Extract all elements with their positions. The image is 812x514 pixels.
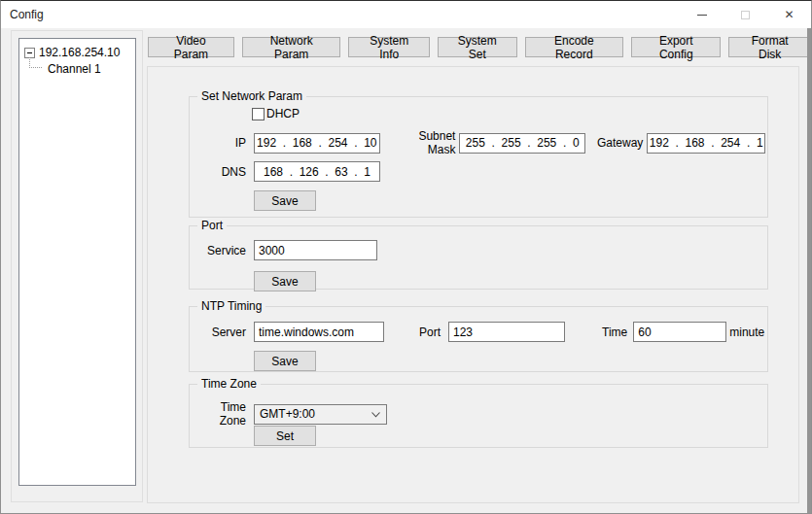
minute-unit-label: minute [729, 326, 764, 339]
timezone-group-title: Time Zone [197, 377, 261, 391]
dns-input[interactable]: 168 . 126 . 63 . 1 [254, 161, 380, 182]
tab-video-param[interactable]: Video Param [148, 37, 234, 57]
tree-channel-label: Channel 1 [48, 62, 101, 76]
tab-encode-record[interactable]: Encode Record [525, 37, 624, 57]
ntp-port-input[interactable] [448, 322, 565, 342]
window-title: Config [10, 8, 44, 21]
ntp-server-label: Server [197, 326, 246, 339]
titlebar: Config ✕ [1, 1, 811, 28]
tree-collapse-icon[interactable] [24, 48, 35, 58]
ntp-server-input[interactable] [254, 322, 384, 342]
timezone-set-button[interactable]: Set [254, 426, 316, 446]
port-save-button[interactable]: Save [254, 271, 316, 291]
ntp-timing-group: NTP Timing Server Port Time minute Save [189, 306, 768, 372]
tab-network-param[interactable]: Network Param [242, 37, 341, 57]
window-body: 192.168.254.10 Channel 1 Video Param Net… [1, 28, 811, 514]
ip-label: IP [197, 136, 246, 150]
ip-input[interactable]: 192 . 168 . 254 . 10 [254, 133, 380, 154]
window-controls: ✕ [680, 1, 811, 28]
timezone-select[interactable]: GMT+9:00 [254, 404, 387, 425]
ntp-save-button[interactable]: Save [254, 351, 316, 371]
dns-label: DNS [197, 165, 246, 179]
minimize-icon [697, 15, 707, 16]
subnet-mask-input[interactable]: 255 . 255 . 255 . 0 [459, 133, 585, 154]
ntp-group-title: NTP Timing [197, 299, 265, 313]
tab-system-info[interactable]: System Info [348, 37, 429, 57]
maximize-icon [741, 11, 750, 19]
network-param-page: Set Network Param DHCP IP 192 . 168 . 25… [147, 66, 799, 503]
subnet-mask-label: Subnet Mask [388, 129, 456, 156]
network-save-button[interactable]: Save [254, 190, 316, 211]
ntp-time-input[interactable] [633, 322, 726, 342]
dhcp-label: DHCP [266, 107, 300, 120]
dns-row: DNS 168 . 126 . 63 . 1 [197, 161, 765, 182]
port-group-title: Port [197, 219, 227, 232]
service-label: Service [197, 244, 246, 257]
network-group-title: Set Network Param [197, 89, 306, 103]
tab-export-config[interactable]: Export Config [631, 37, 721, 57]
close-button[interactable]: ✕ [767, 1, 811, 28]
timezone-label: Time Zone [197, 400, 246, 428]
minimize-button[interactable] [680, 1, 724, 28]
device-tree: 192.168.254.10 Channel 1 [18, 38, 136, 486]
tab-system-set[interactable]: System Set [438, 37, 517, 57]
ntp-port-label: Port [419, 326, 441, 339]
tree-device-label: 192.168.254.10 [39, 46, 120, 59]
timezone-row: Time Zone GMT+9:00 [197, 400, 765, 428]
gateway-input[interactable]: 192 . 168 . 254 . 1 [647, 133, 765, 154]
timezone-selected-value: GMT+9:00 [260, 407, 315, 421]
window-right-border [807, 28, 811, 514]
time-zone-group: Time Zone Time Zone GMT+9:00 Set [189, 384, 768, 448]
dhcp-row: DHCP [252, 107, 300, 120]
tree-connector [29, 57, 42, 68]
port-group: Port Service Save [189, 225, 768, 290]
chevron-down-icon [371, 412, 380, 418]
tab-format-disk[interactable]: Format Disk [728, 37, 811, 57]
config-window: Config ✕ 192.168.254.10 Channel 1 [0, 0, 812, 514]
dhcp-checkbox[interactable] [252, 108, 265, 120]
toolbar: Video Param Network Param System Info Sy… [148, 37, 811, 57]
tree-item-channel-1[interactable]: Channel 1 [19, 60, 135, 78]
service-row: Service [197, 240, 765, 260]
service-port-input[interactable] [254, 240, 377, 260]
maximize-button[interactable] [724, 1, 767, 28]
ntp-time-label: Time [602, 326, 627, 339]
ip-row: IP 192 . 168 . 254 . 10 Subnet Mask 255 … [197, 129, 765, 156]
close-icon: ✕ [784, 9, 794, 20]
gateway-label: Gateway [597, 136, 643, 150]
set-network-param-group: Set Network Param DHCP IP 192 . 168 . 25… [189, 96, 768, 218]
ntp-row: Server Port Time minute [197, 322, 765, 342]
